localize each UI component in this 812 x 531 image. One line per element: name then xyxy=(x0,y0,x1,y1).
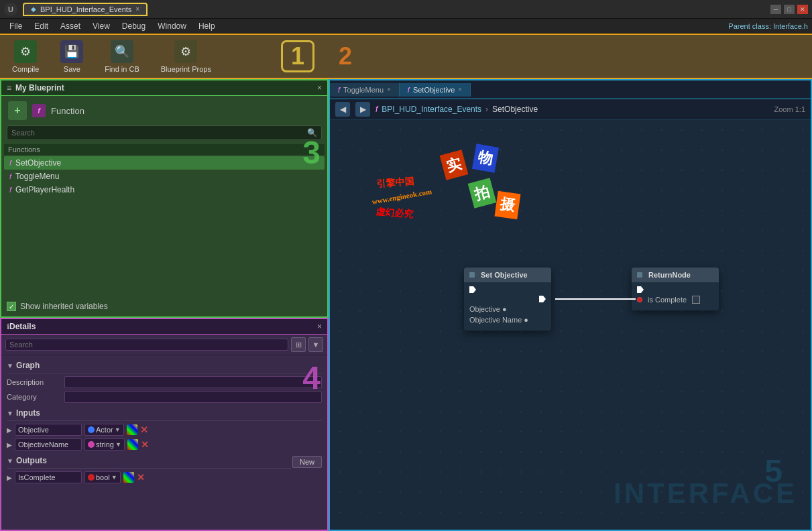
collapse-arrow-icon: ▼ xyxy=(7,362,13,369)
objectivename-type-selector[interactable]: string ▼ xyxy=(84,438,125,451)
exec-out-pin[interactable] xyxy=(539,296,546,302)
color-grid-button[interactable] xyxy=(127,424,137,435)
my-blueprint-close-button[interactable]: × xyxy=(317,83,322,93)
function-item-getplayerhealth[interactable]: f GetPlayerHealth xyxy=(4,183,325,196)
description-field-row: Description xyxy=(7,376,322,388)
my-blueprint-header: ≡ My Blueprint × xyxy=(1,80,327,96)
pin-exec-out xyxy=(469,296,546,302)
breadcrumb-current: SetObjective xyxy=(492,105,538,114)
blueprint-props-button[interactable]: ⚙ Blueprint Props xyxy=(156,38,217,76)
title-bar-controls: ─ □ ✕ xyxy=(770,5,808,14)
pin-exec-in xyxy=(469,286,546,293)
main-content: 3 ≡ My Blueprint × + f Function 🔍 Functi… xyxy=(0,79,812,531)
collapse-arrow-icon: ▼ xyxy=(7,410,13,417)
badge-5: 5 xyxy=(764,453,784,489)
menu-asset[interactable]: Asset xyxy=(55,20,86,32)
my-blueprint-title: My Blueprint xyxy=(15,83,64,93)
details-settings-button[interactable]: ▼ xyxy=(308,337,323,352)
color-grid-button[interactable] xyxy=(127,439,138,450)
delete-output-button[interactable]: ✕ xyxy=(137,472,145,483)
details-search-bar: ⊞ ▼ xyxy=(1,335,327,355)
close-button[interactable]: ✕ xyxy=(797,5,808,14)
save-button[interactable]: 💾 Save xyxy=(55,38,89,76)
input-objective-name[interactable] xyxy=(15,424,82,436)
inputs-section-label: Inputs xyxy=(16,408,40,418)
outputs-section-toggle[interactable]: ▼ Outputs xyxy=(7,453,292,469)
function-name: ToggleMenu xyxy=(15,172,59,181)
node-returnnode[interactable]: ReturnNode is Complete xyxy=(632,268,719,310)
description-input[interactable] xyxy=(64,376,322,388)
editor-canvas[interactable]: 引擎中国 www.engineok.com 虚幻必究 实 物 拍 摄 Set O… xyxy=(330,120,811,530)
find-in-cb-button[interactable]: 🔍 Find in CB xyxy=(99,38,144,76)
tab-setobjective[interactable]: f SetObjective × xyxy=(400,83,471,97)
tab-togglemenu-close[interactable]: × xyxy=(387,86,391,93)
graph-section-toggle[interactable]: ▼ Graph xyxy=(7,358,322,373)
maximize-button[interactable]: □ xyxy=(784,5,795,14)
function-f-icon: f xyxy=(9,172,11,180)
node-setobjective[interactable]: Set Objective Objective ● Objective Name… xyxy=(464,268,551,331)
back-button[interactable]: ◀ xyxy=(335,102,350,117)
compile-label: Compile xyxy=(12,65,39,73)
function-item-setobjective[interactable]: f SetObjective xyxy=(4,156,325,170)
delete-input-button[interactable]: ✕ xyxy=(141,439,149,450)
menu-view[interactable]: View xyxy=(87,20,115,32)
menu-edit[interactable]: Edit xyxy=(29,20,54,32)
tab-blueprint[interactable]: ◆ BPI_HUD_Interface_Events × xyxy=(23,3,148,16)
collapse-arrow-icon: ▼ xyxy=(7,457,13,465)
details-content: ▼ Graph Description Category ▼ Inputs xyxy=(1,355,327,530)
iscomplete-type-selector[interactable]: bool ▼ xyxy=(84,471,121,483)
new-input-button[interactable]: New xyxy=(292,456,322,468)
inputs-section-toggle[interactable]: ▼ Inputs xyxy=(7,406,322,421)
delete-input-button[interactable]: ✕ xyxy=(140,424,148,435)
menu-bar: File Edit Asset View Debug Window Help P… xyxy=(0,19,812,34)
breadcrumb-blueprint[interactable]: BPI_HUD_Interface_Events xyxy=(382,105,481,114)
return-exec-in-pin[interactable] xyxy=(637,286,644,293)
input-objectivename-name[interactable] xyxy=(15,438,82,451)
show-inherited-label: Show inherited variables xyxy=(20,302,108,311)
expand-arrow-icon[interactable]: ▶ xyxy=(7,426,12,434)
menu-file[interactable]: File xyxy=(4,20,27,32)
node-setobjective-title: Set Objective xyxy=(481,271,528,279)
sticker-s8: 虚幻必究 xyxy=(375,206,413,221)
node-setobjective-body: Objective ● Objective Name ● xyxy=(464,282,551,331)
color-grid-button[interactable] xyxy=(123,472,134,483)
tab-setobjective-close[interactable]: × xyxy=(458,86,462,93)
menu-help[interactable]: Help xyxy=(193,20,221,32)
props-icon: ⚙ xyxy=(174,40,197,63)
tab-func-icon: f xyxy=(338,86,340,94)
menu-window[interactable]: Window xyxy=(152,20,192,32)
expand-arrow-icon[interactable]: ▶ xyxy=(7,474,12,481)
type-text-actor: Actor xyxy=(96,426,113,434)
forward-button[interactable]: ▶ xyxy=(355,102,370,117)
tab-togglemenu[interactable]: f ToggleMenu × xyxy=(330,83,400,97)
node-returnnode-body: is Complete xyxy=(632,282,719,310)
tab-blueprint-close[interactable]: × xyxy=(135,5,139,13)
details-search-input[interactable] xyxy=(5,339,288,351)
find-label: Find in CB xyxy=(105,65,139,73)
details-header: ℹ Details × xyxy=(1,319,327,335)
show-inherited-checkbox[interactable]: ✓ xyxy=(7,302,16,311)
add-function-button[interactable]: + f Function xyxy=(1,96,327,125)
pin-objectivename: Objective Name ● xyxy=(469,316,546,324)
details-close-button[interactable]: × xyxy=(317,322,322,331)
blueprint-search-input[interactable] xyxy=(11,129,307,137)
compile-button[interactable]: ⚙ Compile xyxy=(7,38,44,76)
type-dot-blue-icon xyxy=(88,426,95,433)
sticker-s2: 实 xyxy=(440,150,469,180)
sticker-s5: 摄 xyxy=(495,191,521,219)
minimize-button[interactable]: ─ xyxy=(770,5,781,14)
menu-debug[interactable]: Debug xyxy=(117,20,151,32)
compile-icon: ⚙ xyxy=(14,40,37,63)
exec-in-pin[interactable] xyxy=(469,286,476,293)
objective-type-selector[interactable]: Actor ▼ xyxy=(84,424,124,436)
description-label: Description xyxy=(7,378,60,386)
iscomplete-pin[interactable] xyxy=(637,297,642,302)
function-item-togglemenu[interactable]: f ToggleMenu xyxy=(4,170,325,183)
props-label: Blueprint Props xyxy=(161,65,211,73)
category-input[interactable] xyxy=(64,391,322,403)
expand-arrow-icon[interactable]: ▶ xyxy=(7,441,12,449)
functions-section: Functions f SetObjective f ToggleMenu f … xyxy=(1,144,327,196)
details-grid-view-button[interactable]: ⊞ xyxy=(291,337,306,352)
add-function-icon: + xyxy=(8,101,27,120)
output-iscomplete-name[interactable] xyxy=(15,471,82,483)
